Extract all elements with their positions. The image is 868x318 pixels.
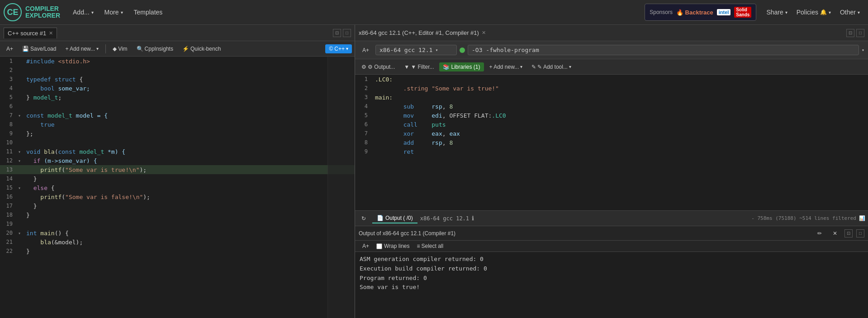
quick-bench-button[interactable]: ⚡ Quick-bench bbox=[179, 44, 224, 53]
templates-button[interactable]: Templates bbox=[128, 6, 168, 19]
add-menu-button[interactable]: Add... ▾ bbox=[67, 6, 99, 19]
refresh-output-button[interactable]: ↻ bbox=[358, 214, 370, 223]
add-new-compiler-chevron: ▾ bbox=[520, 64, 522, 69]
fold-icon bbox=[18, 75, 24, 84]
compiler-maximize-button[interactable]: □ bbox=[856, 29, 864, 37]
line-number: 18 bbox=[0, 210, 18, 219]
logo-compiler: COMPILER bbox=[25, 5, 60, 12]
line-number: 8 bbox=[0, 120, 18, 129]
share-button[interactable]: Share ▾ bbox=[762, 6, 792, 19]
edit-output-button[interactable]: ✏ bbox=[814, 229, 825, 238]
compiler-window-buttons: ⊡ □ bbox=[846, 29, 864, 37]
fold-icon[interactable]: ▾ bbox=[18, 228, 24, 237]
cpp-lang-icon: © bbox=[329, 46, 333, 52]
fold-icon[interactable]: ▾ bbox=[18, 183, 24, 192]
line-content: void bla(const model_t *m) { bbox=[24, 147, 355, 156]
output-body: ASM generation compiler returned: 0Execu… bbox=[355, 252, 868, 295]
line-content bbox=[24, 138, 355, 147]
save-icon: 💾 bbox=[22, 46, 29, 52]
line-content bbox=[24, 219, 355, 228]
wrap-lines-checkbox[interactable] bbox=[376, 243, 382, 249]
logo-explorer: EXPLORER bbox=[25, 12, 60, 19]
fold-icon bbox=[18, 66, 24, 75]
compiler-tab-close[interactable]: ✕ bbox=[482, 30, 486, 36]
output-settings-button[interactable]: ⚙ ⚙ Output... bbox=[358, 62, 398, 71]
fold-icon bbox=[18, 247, 24, 256]
share-chevron-icon: ▾ bbox=[785, 10, 787, 15]
output-line: Execution build compiler returned: 0 bbox=[360, 264, 863, 274]
line-content: #include <stdio.h> bbox=[24, 57, 355, 66]
asm-line: 1.LC0: bbox=[355, 75, 868, 84]
select-all-button[interactable]: ≡ Select all bbox=[413, 242, 447, 251]
libraries-icon: 📚 bbox=[443, 64, 450, 70]
compiler-name: x86-64 gcc 12.1 bbox=[379, 47, 432, 53]
toolbar-separator-1 bbox=[105, 44, 106, 53]
code-line: 16 printf("Some var is false!\n"); bbox=[0, 192, 355, 201]
vim-icon: ◆ bbox=[113, 46, 117, 52]
pencil-icon: ✎ bbox=[531, 64, 536, 70]
line-content: if (m->some_var) { bbox=[24, 156, 355, 165]
add-tool-button[interactable]: ✎ ✎ Add tool... ▾ bbox=[528, 62, 575, 71]
fold-icon bbox=[18, 237, 24, 247]
output-line: Program returned: 0 bbox=[360, 274, 863, 283]
compiler-selector-chevron: ▾ bbox=[435, 47, 438, 52]
output-stats: - 758ms (75188) ~514 lines filtered 📊 bbox=[751, 215, 865, 221]
line-number: 3 bbox=[0, 75, 18, 84]
policies-button[interactable]: Policies 🔔 ▾ bbox=[792, 6, 835, 19]
compiler-restore-button[interactable]: ⊡ bbox=[846, 29, 854, 37]
asm-line-content: call puts bbox=[373, 120, 868, 129]
compiler-status-dot bbox=[460, 47, 465, 53]
save-load-button[interactable]: 💾 Save/Load bbox=[19, 44, 60, 53]
fold-icon[interactable]: ▾ bbox=[18, 156, 24, 165]
cpp-insights-button[interactable]: 🔍 CppInsights bbox=[133, 44, 177, 53]
asm-line: 9 ret bbox=[355, 147, 868, 156]
vim-button[interactable]: ◆ Vim bbox=[109, 44, 131, 53]
line-content: int main() { bbox=[24, 228, 355, 237]
source-maximize-button[interactable]: □ bbox=[343, 29, 351, 37]
line-number: 20 bbox=[0, 228, 18, 237]
code-editor[interactable]: 1#include <stdio.h>2 3typedef struct {4 … bbox=[0, 57, 355, 318]
compiler-flags-input[interactable] bbox=[468, 45, 859, 55]
output-options-bar: A+ Wrap lines ≡ Select all bbox=[355, 241, 868, 252]
font-size-button[interactable]: A+ bbox=[3, 44, 17, 53]
asm-line-number: 2 bbox=[355, 84, 373, 93]
add-new-button[interactable]: + Add new... ▾ bbox=[62, 44, 102, 53]
asm-line: 7 xor eax, eax bbox=[355, 129, 868, 138]
fold-icon[interactable]: ▾ bbox=[18, 111, 24, 120]
backtrace-logo: 🔥 Backtrace bbox=[676, 9, 713, 16]
source-tab-close[interactable]: ✕ bbox=[49, 30, 53, 36]
line-number: 7 bbox=[0, 111, 18, 120]
more-menu-button[interactable]: More ▾ bbox=[99, 6, 128, 19]
fold-icon[interactable]: ▾ bbox=[18, 147, 24, 156]
code-line: 8 true bbox=[0, 120, 355, 129]
libraries-button[interactable]: 📚 Libraries (1) bbox=[439, 62, 484, 71]
filter-button[interactable]: ▼ ▼ Filter... bbox=[400, 62, 437, 71]
chart-icon: 📊 bbox=[859, 215, 865, 221]
code-line: 20▾int main() { bbox=[0, 228, 355, 237]
compiler-selector[interactable]: x86-64 gcc 12.1 ▾ bbox=[375, 45, 457, 55]
output-line: ASM generation compiler returned: 0 bbox=[360, 255, 863, 264]
asm-lines: 1.LC0:2 .string "Some var is true!"3main… bbox=[355, 75, 868, 156]
asm-line: 5 mov edi, OFFSET FLAT:.LC0 bbox=[355, 111, 868, 120]
output-maximize-button[interactable]: □ bbox=[856, 229, 864, 237]
asm-line-number: 9 bbox=[355, 147, 373, 156]
source-restore-button[interactable]: ⊡ bbox=[333, 29, 341, 37]
output-tab[interactable]: 📄 Output ( /0) bbox=[372, 214, 417, 223]
asm-line-content: mov edi, OFFSET FLAT:.LC0 bbox=[373, 111, 868, 120]
source-tab[interactable]: C++ source #1 ✕ bbox=[4, 28, 57, 38]
asm-output[interactable]: 1.LC0:2 .string "Some var is true!"3main… bbox=[355, 75, 868, 210]
compiler-tab-label: x86-64 gcc 12.1 (C++, Editor #1, Compile… bbox=[359, 29, 479, 36]
info-icon: ℹ bbox=[472, 215, 474, 222]
output-restore-button[interactable]: ⊡ bbox=[844, 229, 853, 237]
output-line: Some var is true! bbox=[360, 283, 863, 292]
line-content: else { bbox=[24, 183, 355, 192]
code-line: 9}; bbox=[0, 129, 355, 138]
close-output-button[interactable]: ✕ bbox=[829, 229, 841, 238]
output-font-size-button[interactable]: A+ bbox=[359, 242, 373, 251]
compiler-tab[interactable]: x86-64 gcc 12.1 (C++, Editor #1, Compile… bbox=[359, 29, 486, 36]
compiler-font-size-button[interactable]: A+ bbox=[359, 46, 373, 55]
language-button[interactable]: © C++ ▾ bbox=[325, 44, 352, 53]
add-new-compiler-button[interactable]: + Add new... ▾ bbox=[486, 62, 526, 71]
other-button[interactable]: Other ▾ bbox=[835, 6, 864, 19]
asm-line-content: add rsp, 8 bbox=[373, 138, 868, 147]
